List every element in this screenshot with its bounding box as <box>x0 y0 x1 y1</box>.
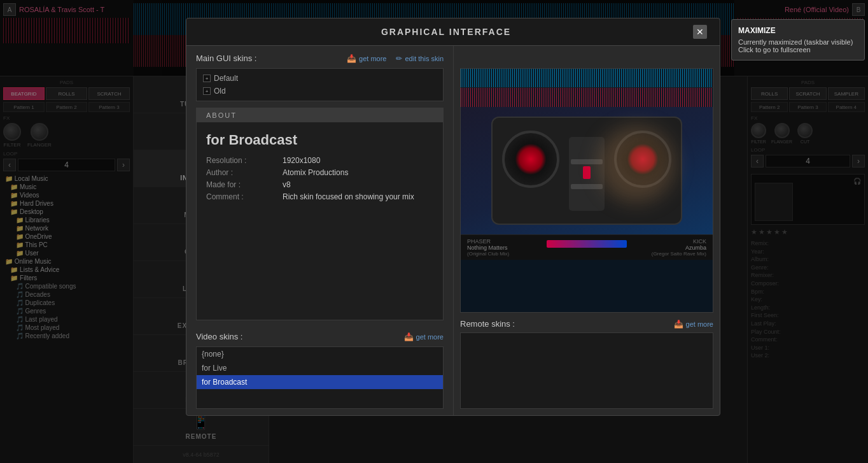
video-get-more-link[interactable]: 📥 get more <box>404 332 444 341</box>
graphical-interface-modal: GRAPHICAL INTERFACE ✕ Main GUI skins : 📥… <box>186 18 720 416</box>
preview-deck-labels: PHASER Nothing Matters (Original Club Mi… <box>461 234 713 260</box>
get-more-text: get more <box>359 55 386 62</box>
edit-skin-link[interactable]: ✏ edit this skin <box>396 54 444 63</box>
preview-waveform-blue <box>461 69 713 88</box>
skin-default-item[interactable]: + Default <box>200 72 440 85</box>
preview-nothing-matters: Nothing Matters <box>467 245 547 251</box>
about-author-val: Atomix Productions <box>283 168 433 177</box>
about-comment-key: Comment : <box>206 192 283 201</box>
modal-left-pane: Main GUI skins : 📥 get more ✏ edit this … <box>186 46 454 415</box>
remote-header-row: Remote skins : 📥 get more <box>460 319 713 329</box>
tooltip-line1: Currently maximized (taskbar visible) <box>738 38 858 46</box>
remote-skins-panel: Remote skins : 📥 get more <box>454 319 720 415</box>
app-wrapper: A ROSALÍA & Travis Scott - T René (Offic… <box>0 0 868 463</box>
about-made-for-val: v8 <box>283 180 433 189</box>
video-skin-none[interactable]: {none} <box>197 347 443 361</box>
remote-get-more-link[interactable]: 📥 get more <box>674 320 713 329</box>
tooltip-line2: Click to go to fullscreen <box>738 46 858 53</box>
remote-label: Remote skins : <box>460 319 515 329</box>
edit-skin-text: edit this skin <box>405 55 444 62</box>
maximize-tooltip: MAXIMIZE Currently maximized (taskbar vi… <box>731 19 865 61</box>
skins-list: + Default + Old <box>196 68 444 101</box>
modal-close-button[interactable]: ✕ <box>693 25 707 39</box>
about-grid: Resolution : 1920x1080 Author : Atomix P… <box>206 156 433 201</box>
video-skins-section: Video skins : 📥 get more {none} for Live… <box>186 327 453 415</box>
modal-body: Main GUI skins : 📥 get more ✏ edit this … <box>186 46 720 415</box>
default-skin-checkbox: + <box>203 75 211 82</box>
video-skins-header: Video skins : 📥 get more <box>196 332 444 341</box>
preview-kick-label: KICK <box>627 238 706 245</box>
video-skins-list: {none} for Live for Broadcast <box>196 346 444 409</box>
video-get-more-icon: 📥 <box>404 332 414 341</box>
about-made-for-key: Made for : <box>206 180 283 189</box>
about-title: for Broadcast <box>206 132 433 148</box>
tooltip-title: MAXIMIZE <box>738 26 858 35</box>
preview-phaser-label: PHASER <box>467 238 547 245</box>
about-content: for Broadcast Resolution : 1920x1080 Aut… <box>197 122 443 211</box>
preview-right-deck: KICK Azumba (Gregor Salto Rave Mix) <box>627 238 706 257</box>
get-more-icon: 📥 <box>347 54 356 63</box>
modal-titlebar: GRAPHICAL INTERFACE ✕ <box>186 18 720 46</box>
video-skin-broadcast[interactable]: for Broadcast <box>197 375 443 389</box>
preview-dj-image <box>461 107 713 234</box>
preview-left-deck: PHASER Nothing Matters (Original Club Mi… <box>467 238 547 257</box>
skin-preview-area: PHASER Nothing Matters (Original Club Mi… <box>460 68 713 313</box>
remote-get-more-text: get more <box>686 320 713 328</box>
main-skins-header: Main GUI skins : 📥 get more ✏ edit this … <box>186 46 453 68</box>
fader-track2 <box>571 184 603 189</box>
remote-skins-list <box>460 332 713 409</box>
modal-overlay: GRAPHICAL INTERFACE ✕ Main GUI skins : 📥… <box>0 0 868 463</box>
old-skin-checkbox: + <box>203 87 211 95</box>
preview-azumba-remix: (Gregor Salto Rave Mix) <box>627 251 706 257</box>
old-skin-name: Old <box>214 87 226 96</box>
remote-skins-header: placeholder <box>454 46 720 68</box>
hands-overlay <box>598 126 675 203</box>
preview-waveform-red <box>461 88 713 107</box>
modal-right-pane: placeholder <box>454 46 720 415</box>
preview-azumba: Azumba <box>627 245 706 251</box>
video-skin-live[interactable]: for Live <box>197 361 443 375</box>
about-author-key: Author : <box>206 168 283 177</box>
about-resolution-val: 1920x1080 <box>283 156 433 165</box>
video-get-more-text: get more <box>416 333 444 341</box>
preview-nothing-remix: (Original Club Mix) <box>467 251 547 257</box>
skin-old-item[interactable]: + Old <box>200 85 440 97</box>
about-section: ABOUT for Broadcast Resolution : 1920x10… <box>196 108 444 320</box>
skin-actions: 📥 get more ✏ edit this skin <box>347 54 444 63</box>
about-comment-val: Rich skin focused on showing your mix <box>283 192 433 201</box>
left-turntable <box>502 131 559 188</box>
about-resolution-key: Resolution : <box>206 156 283 165</box>
video-skins-label: Video skins : <box>196 332 242 341</box>
remote-get-more-icon: 📥 <box>674 320 683 329</box>
crossfader <box>583 166 591 179</box>
default-skin-name: Default <box>214 74 238 83</box>
main-skins-label: Main GUI skins : <box>196 53 256 63</box>
edit-skin-icon: ✏ <box>396 54 402 63</box>
preview-pitch-bar <box>547 240 626 248</box>
preview-center-deck <box>547 238 626 257</box>
video-skin-empty <box>197 389 443 408</box>
get-more-link[interactable]: 📥 get more <box>347 54 386 63</box>
about-header: ABOUT <box>197 108 443 122</box>
modal-title-text: GRAPHICAL INTERFACE <box>199 27 693 37</box>
